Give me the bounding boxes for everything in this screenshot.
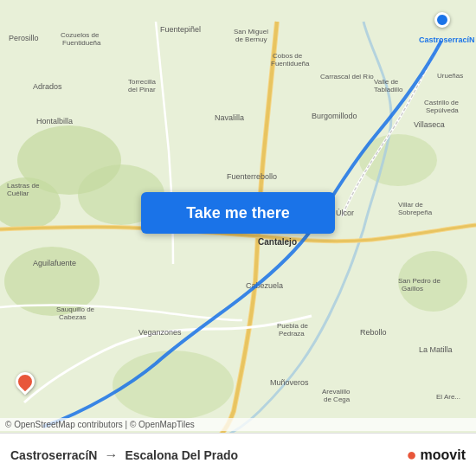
take-me-there-button[interactable]: Take me there: [141, 192, 335, 234]
destination-pin: [434, 12, 452, 29]
svg-text:Navalilla: Navalilla: [215, 113, 244, 122]
svg-text:Villaseca: Villaseca: [414, 120, 445, 129]
route-to: Escalona Del Prado: [125, 448, 238, 462]
map-attribution: © OpenStreetMap contributors | © OpenMap…: [0, 418, 476, 431]
moovit-dot: ●: [406, 445, 416, 465]
svg-text:Castrillo de: Castrillo de: [424, 99, 460, 106]
moovit-brand-text: moovit: [421, 447, 466, 463]
bottom-bar: CastroserracíN → Escalona Del Prado ● mo…: [0, 433, 476, 476]
svg-text:Cobos de: Cobos de: [273, 52, 303, 60]
svg-point-7: [113, 351, 234, 420]
svg-text:de Bernuy: de Bernuy: [235, 35, 267, 43]
svg-text:Perosillo: Perosillo: [9, 34, 39, 42]
svg-text:San Pedro de: San Pedro de: [398, 277, 441, 285]
svg-text:El Are...: El Are...: [436, 393, 460, 401]
svg-text:Fuentepiñel: Fuentepiñel: [160, 25, 201, 34]
svg-text:Pedraza: Pedraza: [279, 330, 305, 338]
svg-text:Gaíllos: Gaíllos: [402, 285, 423, 293]
svg-text:Muñoveros: Muñoveros: [270, 378, 309, 387]
svg-text:Sepúlveda: Sepúlveda: [426, 106, 459, 114]
svg-text:Cuéllar: Cuéllar: [7, 190, 29, 197]
svg-text:Torrecilla: Torrecilla: [128, 78, 157, 86]
svg-text:Arevalillo: Arevalillo: [322, 388, 351, 396]
svg-text:CastroserracíN: CastroserracíN: [419, 35, 475, 44]
origin-pin: [16, 372, 36, 398]
svg-text:de Cega: de Cega: [324, 396, 351, 403]
svg-text:Fuenterrebollo: Fuenterrebollo: [227, 172, 277, 181]
route-from: CastroserracíN: [10, 448, 97, 462]
svg-text:Fuentidueña: Fuentidueña: [62, 39, 101, 47]
svg-text:Carrascal del Río: Carrascal del Río: [320, 73, 374, 80]
svg-text:Sauquillo de: Sauquillo de: [56, 306, 95, 313]
svg-text:Puebla de: Puebla de: [277, 322, 309, 330]
svg-text:Adrados: Adrados: [33, 82, 62, 91]
map-background: Perosillo Cozuelos de Fuentidueña Fuente…: [0, 0, 476, 476]
svg-text:Cabezas: Cabezas: [59, 313, 87, 321]
svg-text:Lastras de: Lastras de: [7, 182, 40, 190]
svg-text:Úlcor: Úlcor: [336, 209, 354, 217]
map-container: Perosillo Cozuelos de Fuentidueña Fuente…: [0, 0, 476, 476]
svg-text:Sobrepeña: Sobrepeña: [398, 209, 433, 216]
svg-text:Cantalejo: Cantalejo: [258, 237, 297, 247]
svg-text:Rebollo: Rebollo: [360, 328, 387, 337]
svg-text:Fuentidueña: Fuentidueña: [271, 60, 310, 68]
svg-text:Valle de: Valle de: [374, 78, 399, 86]
svg-text:Veganzones: Veganzones: [138, 328, 182, 337]
svg-text:San Miguel: San Miguel: [234, 28, 268, 35]
svg-text:Aguilafuente: Aguilafuente: [33, 259, 76, 267]
attribution-text: © OpenStreetMap contributors | © OpenMap…: [5, 420, 195, 429]
svg-text:La Matilla: La Matilla: [419, 345, 453, 354]
svg-text:del Pinar: del Pinar: [128, 86, 156, 93]
svg-text:Cozuelos de: Cozuelos de: [61, 31, 100, 39]
svg-text:Tabladillo: Tabladillo: [374, 86, 403, 93]
svg-text:Urueñas: Urueñas: [437, 72, 463, 80]
arrow-icon: →: [104, 447, 118, 463]
moovit-logo: ● moovit: [406, 445, 466, 465]
svg-text:Villar de: Villar de: [398, 201, 423, 209]
svg-text:Hontalbilla: Hontalbilla: [36, 117, 73, 125]
svg-text:Burgomillodo: Burgomillodo: [312, 112, 357, 120]
